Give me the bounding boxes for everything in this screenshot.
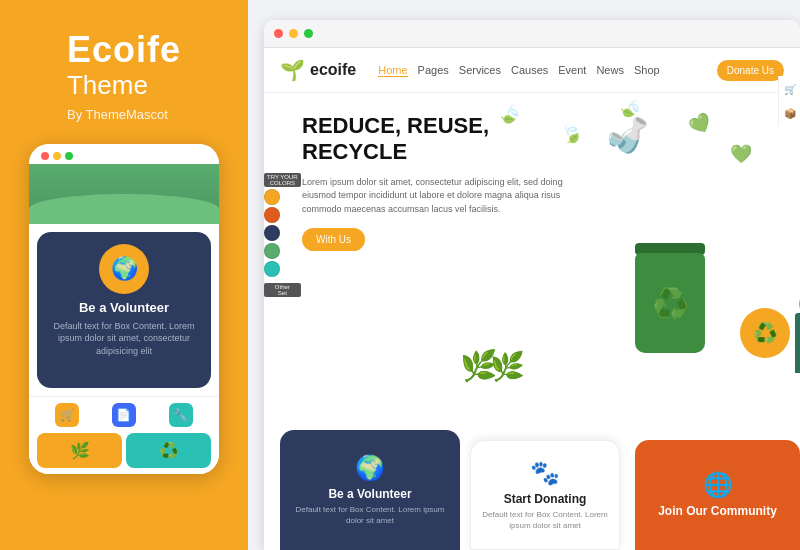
edge-icon-cart[interactable]: 🛒 bbox=[782, 81, 798, 97]
swatch-group-try: TRY YOURCOLORS bbox=[264, 173, 301, 277]
color-swatches-panel: TRY YOURCOLORS OtherSet bbox=[264, 173, 301, 297]
hero-section: TRY YOURCOLORS OtherSet REDUCE, REUSE, R… bbox=[264, 93, 800, 383]
try-colors-label: TRY YOURCOLORS bbox=[264, 173, 301, 187]
site-logo: 🌱 ecoife bbox=[280, 58, 356, 82]
volunteer-card: 🌍 Be a Volunteer Default text for Box Co… bbox=[280, 430, 460, 550]
mini-card-teal: ♻️ bbox=[126, 433, 211, 468]
mobile-green-strip bbox=[29, 164, 219, 224]
hero-title: REDUCE, REUSE, RECYCLE bbox=[302, 113, 570, 166]
logo-plant-icon: 🌱 bbox=[280, 58, 305, 82]
trash-body: ♻️ bbox=[635, 253, 705, 353]
mobile-nav-icon-doc[interactable]: 📄 bbox=[112, 403, 136, 427]
mobile-card-title: Be a Volunteer bbox=[79, 300, 169, 315]
swatch-red[interactable] bbox=[264, 207, 280, 223]
donating-card-icon: 🐾 bbox=[530, 459, 560, 487]
hero-description: Lorem ipsum dolor sit amet, consectetur … bbox=[302, 176, 570, 217]
mobile-nav-icon-tool[interactable]: 🔧 bbox=[169, 403, 193, 427]
swatch-teal[interactable] bbox=[264, 261, 280, 277]
swatch-orange[interactable] bbox=[264, 189, 280, 205]
nav-link-shop[interactable]: Shop bbox=[634, 64, 660, 76]
left-panel: Ecoife Theme By ThemeMascot 🌍 Be a Volun… bbox=[0, 0, 248, 550]
mobile-card-icon: 🌍 bbox=[99, 244, 149, 294]
mobile-nav-icons: 🛒 📄 🔧 bbox=[29, 396, 219, 433]
mobile-dot-red bbox=[41, 152, 49, 160]
mobile-volunteer-card: 🌍 Be a Volunteer Default text for Box Co… bbox=[37, 232, 211, 388]
hero-text-area: REDUCE, REUSE, RECYCLE Lorem ipsum dolor… bbox=[286, 93, 586, 383]
woman-bag: ♻️ bbox=[740, 308, 790, 358]
browser-window: 🌱 ecoife Home Pages Services Causes Even… bbox=[264, 20, 800, 550]
mobile-card-text: Default text for Box Content. Lorem ipsu… bbox=[47, 320, 201, 358]
hero-button[interactable]: With Us bbox=[302, 228, 365, 251]
community-card-title: Join Our Community bbox=[658, 504, 777, 518]
donate-button[interactable]: Donate Us bbox=[717, 60, 784, 81]
browser-bar bbox=[264, 20, 800, 48]
nav-link-services[interactable]: Services bbox=[459, 64, 501, 76]
mini-card-orange: 🌿 bbox=[37, 433, 122, 468]
nav-link-causes[interactable]: Causes bbox=[511, 64, 548, 76]
trash-can: ♻️ bbox=[630, 243, 710, 373]
browser-dot-red bbox=[274, 29, 283, 38]
donating-card-text: Default text for Box Content. Lorem ipsu… bbox=[481, 510, 609, 531]
community-card-icon: 🌐 bbox=[703, 471, 733, 499]
other-set-label: OtherSet bbox=[264, 283, 301, 297]
community-card: 🌐 Join Our Community bbox=[635, 440, 800, 550]
browser-dot-green bbox=[304, 29, 313, 38]
brand-subtitle: Theme bbox=[67, 70, 181, 101]
brand-by: By ThemeMascot bbox=[67, 107, 181, 122]
browser-dot-yellow bbox=[289, 29, 298, 38]
donating-card: 🐾 Start Donating Default text for Box Co… bbox=[470, 440, 620, 550]
nav-link-event[interactable]: Event bbox=[558, 64, 586, 76]
nav-link-home[interactable]: Home bbox=[378, 64, 407, 77]
right-edge-panel: 🛒 📦 bbox=[778, 76, 800, 126]
leaf-4: 💚 bbox=[686, 109, 716, 139]
edge-icon-box[interactable]: 📦 bbox=[782, 105, 798, 121]
volunteer-card-text: Default text for Box Content. Lorem ipsu… bbox=[290, 505, 450, 526]
donating-card-title: Start Donating bbox=[504, 492, 587, 506]
brand-title: Ecoife bbox=[67, 30, 181, 70]
mobile-browser-bar bbox=[29, 144, 219, 164]
woman-body bbox=[795, 313, 800, 373]
nav-links: Home Pages Services Causes Event News Sh… bbox=[378, 64, 705, 77]
site-nav: 🌱 ecoife Home Pages Services Causes Even… bbox=[264, 48, 800, 93]
nav-link-news[interactable]: News bbox=[596, 64, 624, 76]
swatch-navy[interactable] bbox=[264, 225, 280, 241]
website-content: 🌱 ecoife Home Pages Services Causes Even… bbox=[264, 48, 800, 550]
recycle-icon: ♻️ bbox=[652, 286, 689, 321]
bag-recycle-icon: ♻️ bbox=[753, 321, 778, 345]
swatch-green[interactable] bbox=[264, 243, 280, 259]
mobile-dot-yellow bbox=[53, 152, 61, 160]
mobile-bottom-cards: 🌿 ♻️ bbox=[29, 433, 219, 474]
logo-text: ecoife bbox=[310, 61, 356, 79]
nav-link-pages[interactable]: Pages bbox=[418, 64, 449, 76]
mobile-nav-icon-cart[interactable]: 🛒 bbox=[55, 403, 79, 427]
brand-section: Ecoife Theme By ThemeMascot bbox=[67, 30, 181, 122]
bottle-icon: 🍶 bbox=[599, 105, 658, 163]
leaf-5: 💚 bbox=[730, 143, 752, 165]
mobile-mockup: 🌍 Be a Volunteer Default text for Box Co… bbox=[29, 144, 219, 474]
mobile-dot-green bbox=[65, 152, 73, 160]
volunteer-card-icon: 🌍 bbox=[355, 454, 385, 482]
right-panel: 🌱 ecoife Home Pages Services Causes Even… bbox=[248, 0, 800, 550]
volunteer-card-title: Be a Volunteer bbox=[328, 487, 411, 501]
